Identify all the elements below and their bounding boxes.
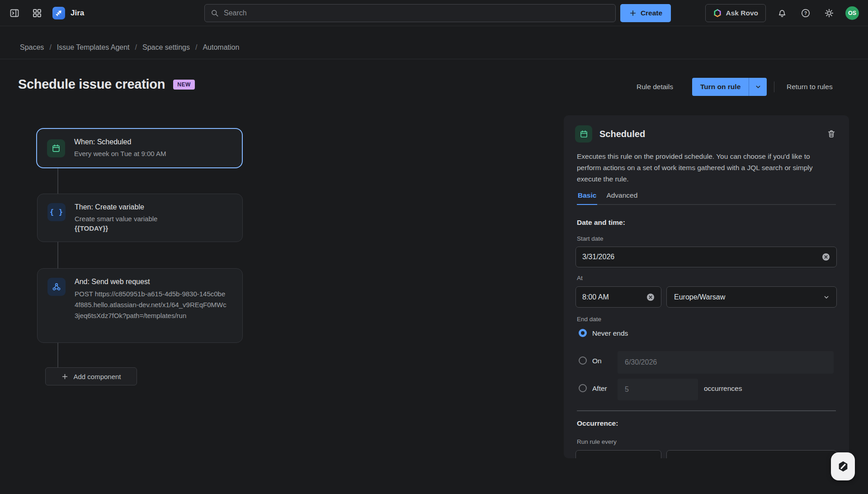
clear-start-date-button[interactable] (822, 253, 830, 261)
time-input[interactable] (582, 293, 646, 301)
delete-component-button[interactable] (825, 127, 838, 141)
gear-icon (824, 8, 835, 19)
braces-icon: { } (47, 203, 66, 221)
app-screen: Jira Create Ask Rovo (0, 0, 868, 494)
time-field (576, 286, 661, 308)
turn-on-rule-dropdown-button[interactable] (749, 78, 767, 96)
end-date-label: End date (577, 316, 601, 323)
end-on-date-input[interactable] (625, 358, 826, 366)
clear-icon (822, 253, 830, 261)
occurrences-count-input[interactable] (625, 385, 691, 394)
action-card-subtitle: Create smart value variable (75, 214, 157, 223)
jira-logo-icon[interactable] (52, 7, 65, 19)
topbar-right-group: Ask Rovo ? (705, 4, 859, 22)
search-icon (210, 9, 219, 18)
actions-divider (774, 81, 774, 92)
topbar-left-group: Jira (7, 0, 84, 26)
action-card-create-variable[interactable]: { } Then: Create variable Create smart v… (37, 194, 243, 242)
timezone-select[interactable]: Europe/Warsaw (666, 286, 837, 308)
help-button[interactable]: ? (798, 6, 813, 20)
header-divider (0, 59, 868, 59)
tab-advanced[interactable]: Advanced (605, 191, 638, 205)
create-button-label: Create (641, 9, 662, 17)
turn-on-rule-button[interactable]: Turn on rule (692, 78, 749, 96)
svg-text:?: ? (804, 10, 807, 16)
notifications-button[interactable] (775, 6, 789, 20)
flow-connector (57, 168, 58, 194)
interval-unit-select[interactable] (666, 450, 837, 458)
global-search[interactable] (204, 4, 616, 22)
page-header: Schedule issue creation NEW (18, 77, 195, 92)
never-ends-radio[interactable] (579, 329, 587, 337)
calendar-icon (47, 139, 65, 157)
app-grid-icon (32, 8, 42, 19)
sidebar-expand-icon (9, 8, 20, 19)
clear-time-button[interactable] (646, 293, 655, 301)
action-card-title: Then: Create variable (75, 203, 157, 211)
end-on-radio[interactable] (579, 356, 587, 365)
tab-basic[interactable]: Basic (577, 191, 597, 205)
chevron-down-icon (755, 83, 762, 90)
help-icon: ? (800, 8, 811, 19)
breadcrumb-space[interactable]: Issue Templates Agent (57, 43, 130, 52)
start-date-label: Start date (577, 235, 604, 242)
clear-icon (646, 293, 655, 301)
start-date-field (576, 247, 837, 267)
chevron-down-icon (823, 294, 830, 301)
search-input[interactable] (224, 9, 610, 17)
smart-value-code: {{TODAY}} (75, 224, 157, 232)
sidebar-toggle-button[interactable] (7, 6, 22, 20)
run-rule-every-label: Run rule every (577, 438, 617, 445)
panel-header: Scheduled (575, 125, 645, 142)
calendar-icon (575, 125, 592, 142)
breadcrumb-automation[interactable]: Automation (203, 43, 239, 52)
breadcrumb-spaces[interactable]: Spaces (20, 43, 44, 52)
create-button[interactable]: Create (620, 4, 671, 22)
app-switcher-button[interactable] (30, 6, 44, 20)
ask-rovo-label: Ask Rovo (726, 9, 759, 17)
interval-count-input[interactable] (576, 450, 661, 458)
user-avatar[interactable]: OS (845, 6, 859, 20)
trash-icon (826, 129, 836, 139)
page-title: Schedule issue creation (18, 77, 165, 92)
top-navigation-bar: Jira Create Ask Rovo (0, 0, 868, 26)
panel-title: Scheduled (599, 129, 645, 139)
avatar-initials: OS (848, 10, 856, 16)
web-request-url: POST https://c850951b-a615-4d5b-9830-145… (75, 289, 228, 321)
occurrences-count-field (618, 379, 698, 400)
date-and-time-heading: Date and time: (577, 218, 625, 227)
settings-button[interactable] (822, 6, 836, 20)
hexagon-logo-icon (837, 460, 849, 473)
trigger-card-title: When: Scheduled (74, 138, 166, 146)
breadcrumb-separator: / (195, 43, 197, 52)
never-ends-label: Never ends (592, 329, 628, 337)
app-name: Jira (71, 9, 84, 18)
add-component-button[interactable]: Add component (45, 367, 137, 385)
rule-details-button[interactable]: Rule details (637, 78, 673, 96)
breadcrumb: Spaces / Issue Templates Agent / Space s… (20, 43, 239, 52)
plus-icon (61, 373, 69, 380)
action-card-text: Then: Create variable Create smart value… (75, 203, 157, 233)
end-on-label: On (592, 357, 602, 365)
webhook-icon (47, 278, 66, 296)
end-after-label: After (592, 385, 607, 393)
breadcrumb-separator: / (49, 43, 51, 52)
web-request-card-text: And: Send web request POST https://c8509… (75, 278, 228, 333)
flow-connector (57, 242, 58, 268)
floating-app-button[interactable] (831, 452, 855, 480)
trigger-card-subtitle: Every week on Tue at 9:00 AM (74, 149, 166, 158)
ask-rovo-button[interactable]: Ask Rovo (705, 4, 766, 22)
web-request-card-title: And: Send web request (75, 278, 228, 286)
new-badge: NEW (173, 80, 195, 90)
end-on-date-field (618, 351, 834, 374)
occurrences-suffix: occurrences (704, 385, 742, 393)
flow-connector (57, 343, 58, 367)
start-date-input[interactable] (582, 253, 822, 261)
trigger-card-scheduled[interactable]: When: Scheduled Every week on Tue at 9:0… (36, 128, 243, 168)
occurrence-heading: Occurrence: (577, 419, 618, 428)
breadcrumb-space-settings[interactable]: Space settings (142, 43, 190, 52)
return-to-rules-button[interactable]: Return to rules (787, 78, 833, 96)
action-card-send-web-request[interactable]: And: Send web request POST https://c8509… (37, 268, 243, 343)
end-after-radio[interactable] (579, 384, 587, 392)
panel-tabs: Basic Advanced (577, 191, 836, 205)
